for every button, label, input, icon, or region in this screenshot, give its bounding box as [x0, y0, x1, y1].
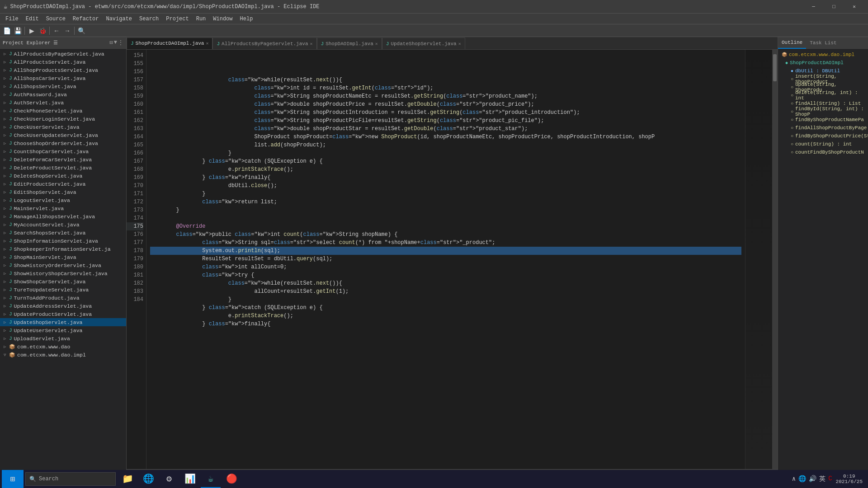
debug-button[interactable]: 🐞 — [38, 26, 47, 36]
pe-file-item[interactable]: ▷JTureToUpdateServlet.java — [0, 286, 126, 294]
start-button[interactable]: ⊞ — [2, 470, 24, 488]
tray-csdn-icon[interactable]: C — [828, 475, 832, 483]
tb-app6[interactable]: 🔴 — [222, 470, 241, 488]
editor-vscroll[interactable] — [772, 50, 778, 469]
pe-file-item[interactable]: ▷JCheckPhoneServlet.java — [0, 107, 126, 115]
menu-navigate[interactable]: Navigate — [102, 15, 136, 23]
pe-file-item[interactable]: ▷JShowHistoryOrderServlet.java — [0, 261, 126, 269]
close-button[interactable]: ✕ — [844, 0, 864, 14]
search-toolbar-button[interactable]: 🔍 — [76, 26, 86, 36]
outline-item[interactable]: ○findAllShopProductByPage — [778, 124, 868, 132]
menu-source[interactable]: Source — [42, 15, 69, 23]
pe-file-item[interactable]: ▷JMyAccountServlet.java — [0, 221, 126, 229]
pe-file-item[interactable]: ▷JUploadServlet.java — [0, 334, 126, 343]
toolbar: 📄 💾 ▶ 🐞 ← → 🔍 — [0, 24, 868, 37]
run-button[interactable]: ▶ — [27, 26, 37, 36]
outline-item[interactable]: ◆ShopProductDAOImpl — [778, 59, 868, 67]
tb-powerpoint[interactable]: 📊 — [180, 470, 200, 488]
pe-title: Project Explorer ☰ — [3, 40, 108, 46]
editor-vscroll-thumb — [773, 54, 777, 81]
pe-menu-icon[interactable]: ⋮ — [118, 39, 123, 46]
pe-file-item[interactable]: ▷JAllShopProductsServlet.java — [0, 66, 126, 74]
outline-item[interactable]: ○count(String) : int — [778, 140, 868, 148]
minimize-button[interactable]: ─ — [803, 0, 824, 14]
pe-collapse-icon[interactable]: ⊟ — [110, 39, 113, 46]
outline-content: 📦com.etcxm.www.dao.impl◆ShopProductDAOIm… — [778, 49, 868, 474]
code-area[interactable]: class="kw">while(resultSet.next()){ clas… — [146, 50, 745, 469]
tab-task-list[interactable]: Task List — [806, 37, 840, 49]
editor-tab[interactable]: JShopProductDAOImpl.java ✕ — [127, 38, 212, 49]
menu-refactor[interactable]: Refactor — [69, 15, 103, 23]
tray-lang[interactable]: 英 — [819, 475, 826, 483]
maximize-button[interactable]: □ — [824, 0, 844, 14]
outline-item[interactable]: ○delete(String, int) : int — [778, 91, 868, 99]
forward-button[interactable]: → — [62, 26, 72, 36]
pe-file-item[interactable]: ▷JEditShopServlet.java — [0, 188, 126, 196]
outline-item[interactable]: 📦com.etcxm.www.dao.impl — [778, 51, 868, 59]
tb-settings[interactable]: ⚙️ — [159, 470, 179, 488]
new-button[interactable]: 📄 — [2, 26, 12, 36]
menu-file[interactable]: File — [2, 15, 22, 23]
pe-file-item[interactable]: ▷JUpdateUserServlet.java — [0, 326, 126, 334]
pe-file-item[interactable]: ▷JUpdateShopServlet.java — [0, 318, 126, 326]
pe-file-item[interactable]: ▷JCheckUserUpdateServlet.java — [0, 131, 126, 139]
pe-file-item[interactable]: ▷JCheckUserLoginServlet.java — [0, 115, 126, 123]
menu-edit[interactable]: Edit — [22, 15, 42, 23]
menu-project[interactable]: Project — [162, 15, 192, 23]
pe-file-item[interactable]: ▷JUpdateProductServlet.java — [0, 310, 126, 318]
taskbar-search[interactable]: 🔍 Search — [25, 472, 116, 486]
tray-up-icon[interactable]: ∧ — [792, 475, 796, 483]
pe-file-item[interactable]: ▷JUpdateAddressServlet.java — [0, 302, 126, 310]
back-button[interactable]: ← — [52, 26, 61, 36]
menu-bar: File Edit Source Refactor Navigate Searc… — [0, 14, 868, 24]
tray-network-icon[interactable]: 🌐 — [798, 475, 806, 483]
pe-file-item[interactable]: ▷JAllShopsCarServlet.java — [0, 74, 126, 82]
outline-item[interactable]: ○findByShopProductNamePa — [778, 116, 868, 124]
outline-item[interactable]: ○findByShopProductPrice(St — [778, 132, 868, 140]
outline-item[interactable]: ○findById(String, int) : ShopP — [778, 108, 868, 116]
tab-outline[interactable]: Outline — [778, 37, 806, 49]
pe-file-item[interactable]: ▷JEditProductServlet.java — [0, 180, 126, 188]
tb-eclipse[interactable]: ☕ — [201, 470, 221, 488]
system-tray: ∧ 🌐 🔊 英 C 0:19 2021/6/25 — [788, 474, 866, 484]
save-button[interactable]: 💾 — [13, 26, 23, 36]
outline-item[interactable]: ○countFindByShopProductN — [778, 148, 868, 156]
pe-file-item[interactable]: ▷JDeleteProductServlet.java — [0, 164, 126, 172]
pe-file-item[interactable]: ▷JCountShopCarServlet.java — [0, 147, 126, 155]
tray-volume-icon[interactable]: 🔊 — [809, 475, 816, 483]
pe-file-item[interactable]: ▷JShowHistoryShopCarServlet.java — [0, 269, 126, 277]
tb-browser[interactable]: 🌐 — [138, 470, 158, 488]
menu-window[interactable]: Window — [209, 15, 236, 23]
pe-file-item[interactable]: ▷JAllShopsServlet.java — [0, 82, 126, 90]
pe-file-item[interactable]: ▷JShowShopCarServlet.java — [0, 277, 126, 286]
pe-file-item[interactable]: ▷JManageAllShopsServlet.java — [0, 212, 126, 221]
pe-file-item[interactable]: ▷JTurnToAddProduct.java — [0, 294, 126, 302]
pe-file-item[interactable]: ▷JAuthPassword.java — [0, 90, 126, 99]
menu-help[interactable]: Help — [236, 15, 257, 23]
tb-explorer[interactable]: 📁 — [118, 470, 137, 488]
pe-file-item[interactable]: ▷JLogoutServlet.java — [0, 196, 126, 204]
pe-file-item[interactable]: ▷JShopInformationServlet.java — [0, 237, 126, 245]
editor-tab[interactable]: JAllProductsByPageServlet.java ✕ — [212, 38, 316, 49]
pe-file-item[interactable]: ▷JSearchShopsServlet.java — [0, 229, 126, 237]
pe-file-item[interactable]: ▷JAllProductsServlet.java — [0, 58, 126, 66]
pe-file-item[interactable]: ▷JShopMainServlet.java — [0, 253, 126, 261]
pe-file-item[interactable]: ▷JDeleteFormCarServlet.java — [0, 155, 126, 164]
pe-file-item[interactable]: ▷JChooseShopOrderServlet.java — [0, 139, 126, 147]
pe-file-item[interactable]: ▷JAuthServlet.java — [0, 99, 126, 107]
pe-package-item[interactable]: ▽📦com.etcxm.www.dao.impl — [0, 351, 126, 359]
pe-file-item[interactable]: ▷JDeleteShopServlet.java — [0, 172, 126, 180]
pe-file-item[interactable]: ▷JCheckUserServlet.java — [0, 123, 126, 131]
pe-file-item[interactable]: ▷JShopkeeperInformationServlet.ja — [0, 245, 126, 253]
window-title: ShopProductDAOImpl.java - etwm/src/com/e… — [10, 4, 319, 10]
menu-search[interactable]: Search — [136, 15, 162, 23]
pe-filter-icon[interactable]: ▼ — [114, 39, 117, 46]
pe-package-item[interactable]: ▷📦com.etcxm.www.dao — [0, 343, 126, 351]
menu-run[interactable]: Run — [193, 15, 210, 23]
editor-content[interactable]: 1541551561571581591601611621631641651661… — [127, 50, 778, 469]
pe-file-item[interactable]: ▷JMainServlet.java — [0, 204, 126, 212]
editor-tab[interactable]: JUpdateShopServlet.java ✕ — [382, 38, 465, 49]
pe-file-item[interactable]: ▷JAllProductsByPageServlet.java — [0, 50, 126, 58]
editor-tab[interactable]: JShopDAOImpl.java ✕ — [317, 38, 382, 49]
system-clock[interactable]: 0:19 2021/6/25 — [836, 474, 863, 484]
